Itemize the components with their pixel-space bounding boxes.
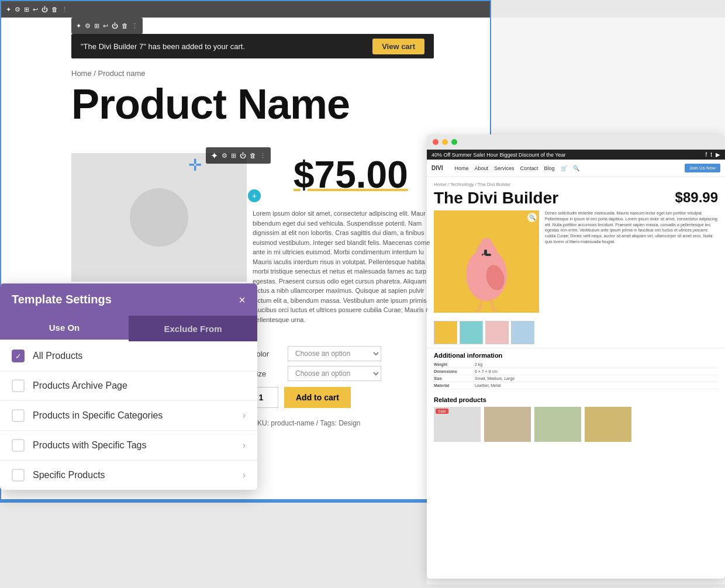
flamingo-svg [434,210,539,313]
checkbox-all-products[interactable]: ✓ [12,350,25,362]
t2-trash-icon[interactable]: 🗑 [122,22,128,29]
section-trash-icon[interactable]: 🗑 [250,152,256,159]
thumb-3[interactable] [485,321,509,344]
facebook-icon: f [705,151,707,158]
info-dimensions-value: 6 × 7 × 8 cm [475,368,718,375]
t2-gear-icon[interactable]: ⚙ [85,22,91,30]
item-all-products[interactable]: ✓ All Products [0,341,257,371]
section-more-icon[interactable]: ⋮ [260,152,266,160]
checkbox-specific-categories[interactable] [12,409,25,422]
related-item-2[interactable] [484,407,531,442]
promo-bar: 40% Off Summer Sale! Hour Biggest Discou… [427,150,725,160]
sku-tags: SKU: product-name / Tags: Design [253,419,361,427]
toolbar-more-icon[interactable]: ⋮ [61,6,68,13]
bottom-border [1,499,490,501]
add-circle-button[interactable]: + [248,189,261,202]
secondary-product-name: The Divi Builder [434,189,607,207]
maximize-dot[interactable] [451,139,457,145]
checkbox-specific-tags[interactable] [12,439,25,452]
t2-add-icon[interactable]: ✦ [76,22,81,30]
notification-bar: "The Divi Builder 7" has been added to y… [71,34,434,58]
zoom-icon[interactable]: 🔍 [527,213,537,222]
info-row-material: Material Leather, Metal [434,382,718,389]
tab-exclude-from[interactable]: Exclude From [129,316,257,341]
item-specific-products-label: Specific Products [33,470,234,480]
view-cart-button[interactable]: View cart [372,39,424,54]
t2-grid-icon[interactable]: ⊞ [94,22,99,30]
thumb-4[interactable] [511,321,534,344]
product-description: Lorem ipsum dolor sit amet, consectetur … [253,209,434,324]
move-icon[interactable]: ✦ [210,150,218,161]
related-item-1[interactable]: Sale [434,407,481,442]
arrow-specific-products-icon: › [243,470,246,480]
item-specific-products[interactable]: Specific Products › [0,461,257,490]
product-options: color Choose an option size Choose an op… [253,346,381,381]
item-specific-categories[interactable]: Products in Specific Categories › [0,401,257,431]
nav-contact[interactable]: Contact [520,165,538,171]
template-settings-panel: Template Settings × Use On Exclude From … [0,283,257,490]
nav-blog[interactable]: Blog [544,165,555,171]
related-products-grid: Sale [434,407,718,442]
section-copy-icon[interactable]: ⊞ [231,152,236,160]
secondary-breadcrumb: Home / Technology / The Divi Builder [434,182,718,187]
toolbar-power-icon[interactable]: ⏻ [42,6,48,13]
section-gear-icon[interactable]: ⚙ [222,152,227,160]
t2-undo-icon[interactable]: ↩ [103,22,108,30]
secondary-browser-window: 40% Off Summer Sale! Hour Biggest Discou… [427,134,725,579]
nav-cart-icon[interactable]: 🛒 [561,165,567,171]
join-us-button[interactable]: Join Us Now [685,164,720,172]
product-price: $75.00 [294,153,408,196]
minimize-dot[interactable] [442,139,448,145]
checkbox-products-archive[interactable] [12,379,25,392]
secondary-nav: DIVI Home About Services Contact Blog 🛒 … [427,160,725,177]
item-specific-tags[interactable]: Products with Specific Tags › [0,431,257,461]
youtube-icon: ▶ [716,151,720,158]
section-power-icon[interactable]: ⏻ [240,152,246,159]
move-handle[interactable]: ✛ [188,155,202,175]
size-option-row: size Choose an option [253,366,381,381]
size-select[interactable]: Choose an option [288,366,381,381]
t2-more-icon[interactable]: ⋮ [132,22,138,30]
item-all-products-label: All Products [33,351,246,361]
nav-about[interactable]: About [474,165,488,171]
item-products-archive[interactable]: Products Archive Page [0,371,257,401]
social-icons: f t ▶ [705,151,720,158]
close-dot[interactable] [433,139,439,145]
info-table: Weight 2 kg Dimensions 6 × 7 × 8 cm Size… [434,361,718,389]
add-to-cart-row: Add to cart [253,387,351,408]
related-item-4[interactable] [585,407,631,442]
info-weight-label: Weight [434,361,475,368]
item-specific-categories-label: Products in Specific Categories [33,410,234,421]
secondary-product-desc: Donec sollicitudin molestie malesuada. M… [545,210,718,313]
secondary-price: $89.99 [613,189,718,206]
add-to-cart-button[interactable]: Add to cart [284,387,351,408]
t2-power-icon[interactable]: ⏻ [112,22,118,29]
toolbar-trash-icon[interactable]: 🗑 [51,6,58,13]
panel-close-button[interactable]: × [239,294,246,306]
toolbar-grid-icon[interactable]: ⊞ [24,6,29,13]
arrow-specific-tags-icon: › [243,440,246,451]
product-image-placeholder [130,188,188,247]
checkbox-specific-products[interactable] [12,469,25,482]
nav-services[interactable]: Services [494,165,515,171]
color-select[interactable]: Choose an option [288,346,381,361]
section-toolbar: ✦ ⚙ ⊞ ⏻ 🗑 ⋮ [206,147,271,164]
thumb-1[interactable] [434,321,457,344]
secondary-product-details: 🔍 [434,210,718,313]
color-option-row: color Choose an option [253,346,381,361]
nav-home[interactable]: Home [454,165,468,171]
nav-search-icon[interactable]: 🔍 [573,165,579,171]
secondary-product-image: 🔍 [434,210,539,313]
secondary-product-content: Home / Technology / The Divi Builder The… [427,177,725,317]
toolbar-undo-icon[interactable]: ↩ [33,6,38,13]
related-products-title: Related products [434,396,718,403]
info-row-weight: Weight 2 kg [434,361,718,368]
tab-use-on[interactable]: Use On [0,316,129,341]
related-item-3[interactable] [534,407,581,442]
item-products-archive-label: Products Archive Page [33,381,246,391]
toolbar-gear-icon[interactable]: ⚙ [15,6,20,13]
additional-info-title: Additional information [434,352,718,359]
promo-text: 40% Off Summer Sale! Hour Biggest Discou… [431,152,565,158]
thumb-2[interactable] [460,321,483,344]
toolbar-add-icon[interactable]: ✦ [6,6,11,13]
